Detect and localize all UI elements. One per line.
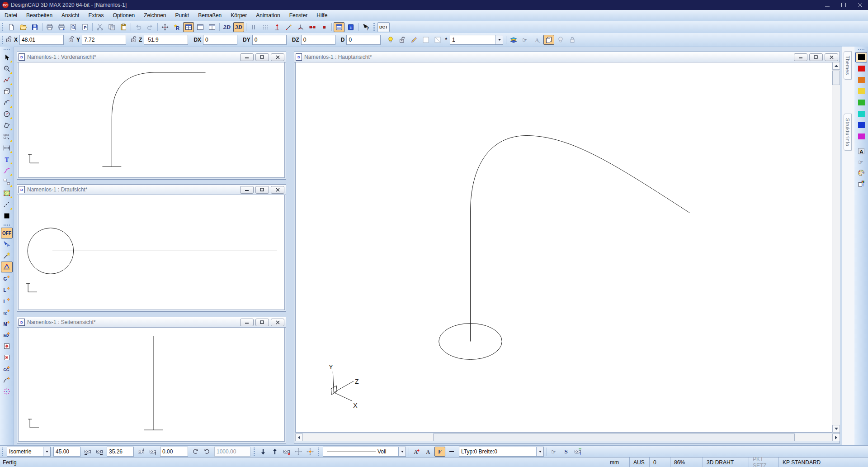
rotate-view-left-button[interactable] — [82, 447, 93, 457]
spin-view-cw-button[interactable] — [202, 447, 212, 457]
text-attr-disabled-button[interactable]: A — [532, 35, 542, 45]
tilt-view-down-button[interactable] — [147, 447, 158, 457]
layer-select[interactable]: 1 — [450, 35, 503, 45]
menu-hilfe[interactable]: Hilfe — [312, 10, 332, 20]
spin-view-ccw-button[interactable] — [190, 447, 201, 457]
line-type-select[interactable]: LTyp:0 Breite:0 — [459, 447, 544, 457]
viewport-layout-2-button[interactable] — [195, 22, 206, 32]
app-close-button[interactable] — [852, 0, 868, 10]
point-circle-snap-button[interactable] — [1, 386, 13, 397]
color-red[interactable] — [855, 63, 867, 74]
lock-disabled-button[interactable] — [567, 35, 578, 45]
color-blue[interactable] — [855, 120, 867, 130]
y-coordinate-input[interactable]: 7.72 — [82, 35, 126, 45]
group-tool[interactable] — [1, 176, 13, 187]
horizontal-scrollbar[interactable] — [295, 434, 840, 441]
vorderansicht-titlebar[interactable]: D Namenlos-1 : Vorderansicht* — [17, 52, 286, 62]
vertical-scroll-thumb[interactable] — [832, 71, 840, 85]
minimize-button[interactable] — [240, 53, 254, 61]
color-magenta[interactable] — [855, 131, 867, 142]
circle-tool[interactable] — [1, 109, 13, 119]
triangle-snap-button[interactable] — [1, 262, 13, 272]
midpoint-snap-button[interactable]: M — [1, 318, 13, 329]
render-button[interactable]: R — [171, 22, 182, 32]
page-setup-button[interactable]: P — [80, 22, 90, 32]
save-file-button[interactable] — [29, 22, 40, 32]
dz-coordinate-input[interactable]: 0 — [301, 35, 335, 45]
tangent-snap-button[interactable] — [1, 375, 13, 386]
duplicate-mode-button[interactable] — [543, 35, 554, 45]
gravity-snap-button[interactable]: G — [1, 273, 13, 284]
menu-zeichnen[interactable]: Zeichnen — [139, 10, 170, 20]
snap-off-button[interactable]: OFF — [1, 228, 13, 238]
z-coordinate-input[interactable]: -51.9 — [144, 35, 188, 45]
hand-pick-button[interactable]: ☞ — [855, 157, 867, 167]
dct-button[interactable]: DCT — [377, 22, 390, 32]
move-down-button[interactable] — [258, 447, 269, 457]
line-angle-button[interactable] — [283, 22, 294, 32]
hauptansicht-canvas[interactable]: Y Z X — [295, 62, 832, 433]
pan-center-button[interactable] — [293, 447, 304, 457]
viewport-layout-3-button[interactable] — [207, 22, 217, 32]
color-swatch-black-tool[interactable] — [1, 210, 13, 221]
select-multi-button[interactable] — [1, 239, 13, 250]
view-angle-x-input[interactable]: 35.26 — [107, 447, 134, 457]
ortho-direction-button[interactable] — [272, 22, 283, 32]
arc-tool[interactable]: ? — [1, 97, 13, 108]
view-distance-input[interactable]: 1000.00 — [214, 447, 250, 457]
hand-select-button[interactable]: ☞ — [520, 35, 531, 45]
set-point-button[interactable] — [160, 22, 170, 32]
hatch-tool[interactable] — [1, 188, 13, 199]
close-button[interactable] — [825, 53, 838, 61]
print-export-button[interactable] — [56, 22, 67, 32]
close-button[interactable] — [271, 53, 284, 61]
intersection-snap-button[interactable]: I — [1, 295, 13, 306]
color-green[interactable] — [855, 97, 867, 108]
menu-optionen[interactable]: Optionen — [108, 10, 139, 20]
app-maximize-button[interactable] — [835, 0, 852, 10]
scroll-left-button[interactable] — [295, 434, 303, 441]
intersection2-snap-button[interactable]: I2 — [1, 307, 13, 318]
text-tool[interactable]: T — [1, 154, 13, 165]
move-up-button[interactable] — [269, 447, 280, 457]
seitenansicht-canvas[interactable] — [18, 327, 285, 442]
layer-lock-button[interactable] — [397, 35, 408, 45]
dy-coordinate-input[interactable]: 0 — [252, 35, 287, 45]
minimize-button[interactable] — [240, 186, 254, 194]
print-button[interactable] — [44, 22, 55, 32]
pan-origin-button[interactable] — [305, 447, 316, 457]
context-help-button[interactable]: ? — [360, 22, 371, 32]
mode-2d-button[interactable]: 2D — [222, 22, 232, 32]
scroll-up-button[interactable] — [832, 62, 840, 70]
line-snap-button[interactable]: L — [1, 284, 13, 295]
tab-themes[interactable]: Themes — [844, 51, 852, 80]
view-angle-z-input[interactable]: 45.00 — [53, 447, 80, 457]
tab-strukturinfo[interactable]: Strukturinfo — [844, 114, 852, 151]
chevron-down-icon[interactable] — [43, 447, 50, 456]
select-tool[interactable] — [1, 52, 13, 63]
info-box-button[interactable]: i — [345, 22, 356, 32]
view-angle-y-input[interactable]: 0.00 — [160, 447, 188, 457]
tilt-view-up-button[interactable] — [136, 447, 146, 457]
x-coordinate-input[interactable]: 48.01 — [19, 35, 64, 45]
fill-toggle-button[interactable]: F — [434, 447, 445, 457]
color-yellow[interactable] — [855, 86, 867, 96]
grid-snap-button[interactable] — [260, 22, 271, 32]
tripod-mode-button[interactable] — [295, 22, 306, 32]
spline-button[interactable]: S — [561, 447, 571, 457]
point-mark-button[interactable] — [319, 22, 330, 32]
palette-button[interactable] — [855, 168, 867, 178]
redo-button[interactable] — [145, 22, 156, 32]
parallel-mode-button[interactable] — [248, 22, 259, 32]
new-file-button[interactable] — [6, 22, 17, 32]
vorderansicht-canvas[interactable] — [18, 62, 285, 178]
hauptansicht-titlebar[interactable]: D Namenlos-1 : Hauptansicht* — [294, 52, 840, 62]
restore-button[interactable] — [255, 53, 269, 61]
open-file-button[interactable] — [18, 22, 28, 32]
vertical-scrollbar[interactable] — [832, 62, 840, 433]
minimize-button[interactable] — [240, 319, 254, 326]
cut-button[interactable] — [94, 22, 105, 32]
midpoint2-snap-button[interactable]: M2 — [1, 329, 13, 340]
d-coordinate-input[interactable]: 0 — [346, 35, 381, 45]
linetype-tool[interactable] — [1, 199, 13, 210]
